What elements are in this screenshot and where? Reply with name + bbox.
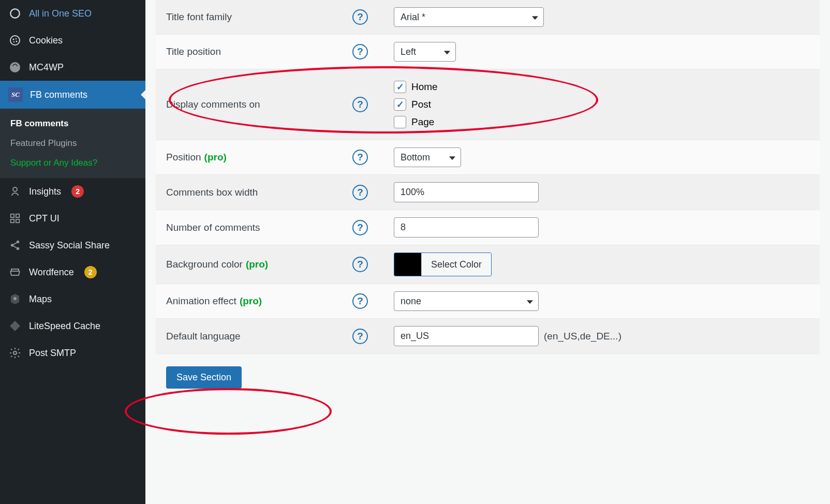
- sidebar-item-cookies[interactable]: Cookies: [0, 27, 145, 54]
- setting-label: Animation effect (pro): [166, 295, 352, 307]
- help-icon[interactable]: ?: [352, 9, 368, 25]
- sidebar-item-label: Wordfence: [29, 267, 74, 278]
- checkbox-label: Post: [411, 99, 431, 110]
- title-position-select[interactable]: Left: [394, 42, 456, 62]
- wordfence-icon: [8, 265, 22, 279]
- checkbox-icon: [394, 81, 406, 93]
- svg-point-13: [17, 241, 20, 244]
- insights-icon: [8, 185, 22, 198]
- svg-point-15: [17, 247, 20, 250]
- help-icon[interactable]: ?: [352, 97, 368, 112]
- checkbox-label: Home: [411, 81, 438, 93]
- svg-rect-12: [16, 219, 19, 223]
- sc-icon: SC: [8, 87, 23, 102]
- svg-point-8: [13, 187, 17, 191]
- setting-row-title-font-family: Title font family ? Arial *: [156, 0, 820, 35]
- help-icon[interactable]: ?: [352, 185, 368, 200]
- setting-row-box-width: Comments box width ?: [156, 175, 820, 210]
- position-select[interactable]: Bottom: [394, 147, 461, 167]
- save-section-button[interactable]: Save Section: [166, 366, 242, 389]
- setting-label: Title position: [166, 46, 352, 57]
- setting-row-animation: Animation effect (pro) ? none: [156, 284, 820, 319]
- setting-label: Comments box width: [166, 187, 352, 198]
- svg-point-14: [11, 244, 14, 247]
- checkbox-label: Page: [411, 116, 434, 128]
- sidebar-item-wordfence[interactable]: Wordfence 2: [0, 259, 145, 286]
- language-input[interactable]: [394, 326, 539, 346]
- help-icon[interactable]: ?: [352, 44, 368, 60]
- sidebar-item-litespeed[interactable]: LiteSpeed Cache: [0, 313, 145, 339]
- box-width-input[interactable]: [394, 182, 539, 202]
- sidebar-item-label: FB comments: [30, 90, 87, 100]
- sidebar-item-mc4wp[interactable]: MC4WP: [0, 54, 145, 81]
- svg-rect-9: [11, 214, 14, 217]
- pro-tag: (pro): [246, 259, 268, 270]
- sidebar-item-label: Sassy Social Share: [29, 240, 110, 251]
- select-color-button[interactable]: Select Color: [421, 253, 491, 276]
- sidebar-item-label: Maps: [29, 294, 52, 305]
- gear-icon: [8, 346, 22, 360]
- svg-point-17: [13, 351, 17, 354]
- share-icon: [8, 239, 22, 252]
- settings-panel: Title font family ? Arial * Title positi…: [145, 0, 830, 504]
- sidebar-item-post-smtp[interactable]: Post SMTP: [0, 339, 145, 366]
- submenu-item-featured-plugins[interactable]: Featured Plugins: [0, 134, 145, 153]
- sidebar-item-label: Cookies: [29, 35, 63, 46]
- sidebar-item-maps[interactable]: Maps: [0, 286, 145, 313]
- setting-row-display-on: Display comments on ? Home Post Page: [156, 69, 820, 140]
- sidebar-item-label: LiteSpeed Cache: [29, 321, 100, 332]
- setting-label: Number of comments: [166, 222, 352, 233]
- sidebar-item-label: CPT UI: [29, 213, 60, 224]
- title-font-family-select[interactable]: Arial *: [394, 7, 544, 27]
- svg-point-3: [13, 39, 14, 40]
- color-picker: Select Color: [394, 253, 492, 276]
- setting-label: Title font family: [166, 11, 352, 23]
- sidebar-item-cpt-ui[interactable]: CPT UI: [0, 205, 145, 232]
- animation-select[interactable]: none: [394, 291, 539, 311]
- setting-row-bg-color: Background color (pro) ? Select Color: [156, 245, 820, 284]
- submenu-item-fb-comments[interactable]: FB comments: [0, 114, 145, 134]
- setting-label: Default language: [166, 331, 352, 342]
- checkbox-post[interactable]: Post: [394, 98, 438, 111]
- color-swatch[interactable]: [394, 253, 421, 276]
- help-icon[interactable]: ?: [352, 150, 368, 165]
- sidebar-item-all-in-one-seo[interactable]: All in One SEO: [0, 0, 145, 27]
- help-icon[interactable]: ?: [352, 329, 368, 344]
- svg-point-16: [13, 297, 17, 300]
- litespeed-icon: [8, 319, 22, 333]
- sidebar-item-sassy-social[interactable]: Sassy Social Share: [0, 232, 145, 259]
- help-icon[interactable]: ?: [352, 257, 368, 272]
- help-icon[interactable]: ?: [352, 293, 368, 309]
- maps-icon: [8, 292, 22, 306]
- language-hint: (en_US,de_DE...): [544, 331, 621, 342]
- sidebar-item-label: Post SMTP: [29, 348, 76, 359]
- setting-row-title-position: Title position ? Left: [156, 35, 820, 69]
- svg-point-2: [10, 36, 20, 45]
- sidebar-item-fb-comments[interactable]: SC FB comments: [0, 81, 145, 109]
- sidebar-item-label: MC4WP: [29, 62, 64, 73]
- admin-sidebar: All in One SEO Cookies MC4WP SC FB comme…: [0, 0, 145, 504]
- help-icon[interactable]: ?: [352, 220, 368, 235]
- setting-label: Display comments on: [166, 99, 352, 110]
- num-comments-input[interactable]: [394, 217, 539, 238]
- setting-row-position: Position (pro) ? Bottom: [156, 140, 820, 175]
- save-area: Save Section: [156, 354, 820, 401]
- sidebar-submenu: FB comments Featured Plugins Support or …: [0, 109, 145, 178]
- sidebar-item-insights[interactable]: Insights 2: [0, 178, 145, 205]
- svg-rect-10: [16, 214, 19, 217]
- checkbox-home[interactable]: Home: [394, 81, 438, 93]
- svg-point-6: [16, 41, 18, 42]
- checkbox-page[interactable]: Page: [394, 116, 438, 128]
- sidebar-item-label: Insights: [29, 186, 61, 197]
- submenu-item-support[interactable]: Support or Any Ideas?: [0, 153, 145, 173]
- checkbox-icon: [394, 116, 406, 128]
- setting-row-language: Default language ? (en_US,de_DE...): [156, 319, 820, 354]
- cookie-icon: [8, 34, 22, 47]
- mailchimp-icon: [8, 61, 22, 74]
- pro-tag: (pro): [204, 152, 227, 163]
- setting-label: Position (pro): [166, 152, 352, 163]
- setting-row-num-comments: Number of comments ?: [156, 210, 820, 245]
- grid-icon: [8, 212, 22, 225]
- svg-point-7: [10, 62, 20, 72]
- setting-label: Background color (pro): [166, 259, 352, 270]
